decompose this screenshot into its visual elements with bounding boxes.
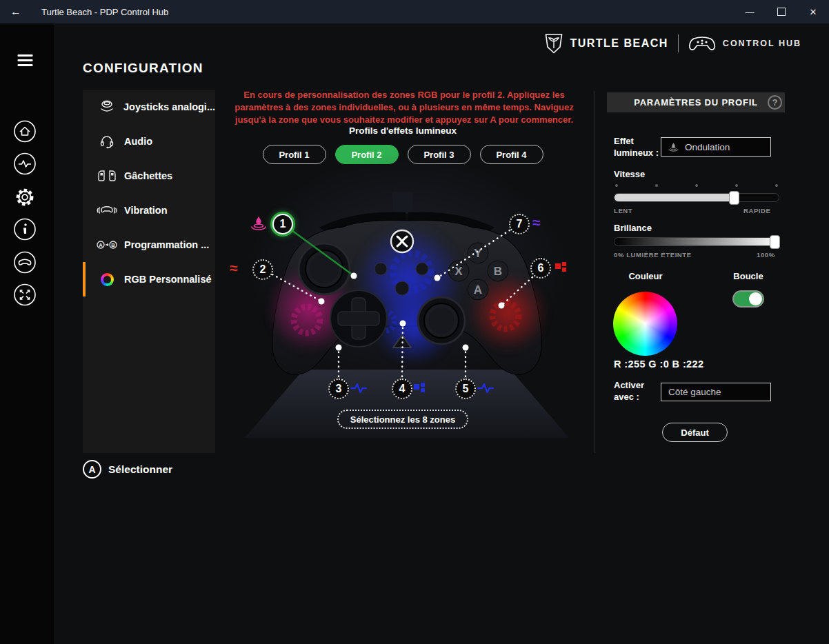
speed-slider[interactable] — [614, 193, 779, 202]
zone-marker-1[interactable]: 1 — [272, 214, 293, 234]
zone-marker-7[interactable]: 7 — [509, 214, 530, 234]
zone-customization-banner: En cours de personnalisation des zones R… — [228, 89, 581, 126]
menu-item-label: Gâchettes — [124, 170, 172, 181]
speed-max-label: RAPIDE — [743, 207, 771, 214]
home-icon[interactable] — [14, 120, 37, 143]
speed-slider-handle[interactable] — [729, 191, 739, 205]
controller-icon[interactable] — [14, 251, 37, 274]
page-title: CONFIGURATION — [83, 61, 203, 76]
ripple-icon — [668, 142, 679, 152]
zone-marker-3[interactable]: 3 — [328, 379, 349, 399]
zone-marker-4[interactable]: 4 — [392, 379, 412, 399]
activity-icon[interactable] — [14, 152, 37, 175]
window-controls: — ✕ — [734, 0, 829, 23]
brightness-label: Brillance — [614, 222, 652, 234]
maximize-button[interactable] — [766, 0, 797, 23]
headset-icon — [97, 134, 117, 149]
brand-logos: TURTLE BEACH CONTROL HUB — [545, 33, 801, 54]
rgb-value: R :255 G :0 B :222 — [614, 359, 704, 370]
speed-min-label: LENT — [614, 207, 632, 214]
zone-1-ripple-effect-icon — [250, 215, 268, 232]
effect-value: Ondulation — [685, 142, 730, 152]
app-window: ← Turtle Beach - PDP Control Hub — ✕ — [0, 0, 829, 644]
expand-icon[interactable] — [14, 283, 37, 306]
menu-item-joysticks[interactable]: Joysticks analogi... — [83, 90, 215, 124]
zone-6-blocks-effect-icon — [555, 262, 567, 274]
activate-label: Activeravec : — [614, 379, 644, 403]
joystick-icon — [97, 99, 117, 114]
svg-text:B: B — [111, 242, 115, 248]
menu-item-label: Vibration — [124, 205, 168, 216]
remap-a-to-b-icon: AB — [97, 239, 117, 250]
minimize-button[interactable]: — — [734, 0, 766, 23]
title-bar: ← Turtle Beach - PDP Control Hub — ✕ — [0, 0, 829, 23]
svg-text:A: A — [474, 283, 482, 296]
menu-item-label: RGB Personnalisé — [124, 274, 212, 285]
control-hub-controller-icon — [688, 34, 716, 52]
effect-label: Effetlumineux : — [614, 135, 659, 159]
zone-5-pulse-effect-icon — [477, 383, 494, 394]
settings-gear-icon[interactable] — [14, 185, 37, 208]
left-rail — [0, 23, 54, 644]
select-all-zones-button[interactable]: Sélectionnez les 8 zones — [337, 410, 468, 429]
controller-hint: A Sélectionner — [83, 460, 172, 479]
menu-item-label: Programmation ... — [124, 239, 209, 250]
zone-marker-6[interactable]: 6 — [530, 258, 551, 279]
minimize-icon: — — [746, 7, 755, 17]
default-button[interactable]: Défaut — [662, 423, 728, 442]
effects-heading: Profils d'effets lumineux — [230, 125, 575, 136]
hint-label: Sélectionner — [108, 463, 172, 476]
vibration-icon — [97, 204, 117, 217]
color-wheel[interactable] — [613, 292, 677, 356]
window-title: Turtle Beach - PDP Control Hub — [41, 7, 168, 17]
zone-7-wave-effect-icon: ≈ — [532, 215, 541, 230]
speed-label: Vitesse — [614, 168, 645, 180]
zone-3-pulse-effect-icon — [350, 383, 367, 394]
info-icon[interactable] — [14, 218, 37, 241]
activate-with-input[interactable]: Côté gauche — [661, 383, 771, 401]
svg-text:X: X — [455, 265, 463, 278]
svg-text:B: B — [494, 265, 502, 278]
back-button[interactable]: ← — [0, 6, 32, 18]
brightness-min-label: 0% LUMIÈRE ÉTEINTE — [614, 251, 692, 259]
vertical-divider — [595, 91, 595, 453]
speed-ticks — [615, 184, 778, 187]
a-button-icon: A — [83, 460, 101, 479]
brand-divider — [678, 34, 679, 52]
turtle-beach-shield-icon — [545, 33, 563, 54]
menu-item-rgb-personnalise[interactable]: RGB Personnalisé — [83, 262, 215, 296]
loop-toggle[interactable] — [732, 290, 764, 308]
svg-text:A: A — [99, 242, 103, 248]
menu-item-audio[interactable]: Audio — [83, 124, 215, 159]
menu-item-vibration[interactable]: Vibration — [83, 193, 215, 228]
close-icon: ✕ — [810, 7, 817, 17]
zone-4-blocks-effect-icon — [414, 383, 426, 394]
configuration-menu: Joysticks analogi... Audio Gâchettes Vib… — [83, 90, 215, 453]
brightness-slider-handle[interactable] — [770, 235, 780, 249]
rgb-wheel-icon — [97, 273, 117, 286]
triggers-icon — [97, 169, 117, 183]
help-icon[interactable]: ? — [768, 95, 782, 110]
turtle-beach-logotype: TURTLE BEACH — [570, 37, 668, 50]
hamburger-menu-icon[interactable] — [14, 48, 37, 71]
control-hub-logotype: CONTROL HUB — [723, 39, 801, 48]
color-label: Couleur — [614, 270, 677, 282]
maximize-icon — [777, 8, 786, 16]
menu-item-programmation[interactable]: AB Programmation ... — [83, 228, 215, 262]
close-button[interactable]: ✕ — [797, 0, 829, 23]
zone-marker-2[interactable]: 2 — [252, 259, 273, 280]
loop-label: Boucle — [728, 270, 769, 282]
brightness-slider[interactable] — [614, 237, 779, 246]
back-icon: ← — [10, 6, 21, 17]
menu-item-label: Joysticks analogi... — [123, 101, 215, 112]
brightness-max-label: 100% — [757, 251, 775, 259]
profile-settings-header: PARAMÈTRES DU PROFIL — [607, 92, 785, 112]
effect-dropdown[interactable]: Ondulation — [661, 137, 771, 157]
zone-2-wave-effect-icon: ≈ — [230, 261, 238, 275]
menu-item-gachettes[interactable]: Gâchettes — [83, 159, 215, 193]
zone-marker-5[interactable]: 5 — [455, 379, 476, 399]
menu-item-label: Audio — [124, 136, 152, 147]
toggle-knob — [749, 292, 762, 305]
